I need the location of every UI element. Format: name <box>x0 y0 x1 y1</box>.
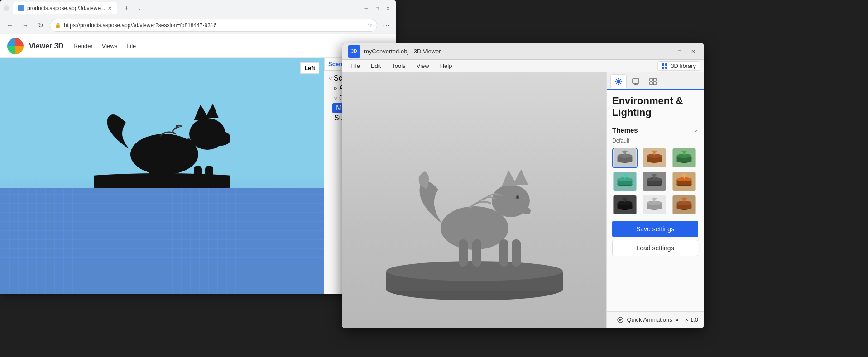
browser-tab[interactable]: products.aspose.app/3d/viewe... ✕ <box>13 2 117 14</box>
chevron-up-icon[interactable]: ▲ <box>675 317 680 322</box>
desktop-minimize-button[interactable]: ─ <box>661 47 671 57</box>
browser-settings-button[interactable]: ⋯ <box>380 19 393 32</box>
browser-toolbar: ← → ↻ 🔒 https://products.aspose.app/3d/v… <box>0 16 396 34</box>
svg-rect-15 <box>665 67 667 69</box>
menu-tools[interactable]: Tools <box>387 61 410 71</box>
themes-grid <box>612 148 698 215</box>
svg-rect-12 <box>662 63 664 66</box>
panel-title: Environment & Lighting <box>612 95 698 119</box>
desktop-close-button[interactable]: ✕ <box>688 47 698 57</box>
svg-rect-14 <box>662 67 664 69</box>
svg-rect-8 <box>194 166 202 188</box>
browser-window: products.aspose.app/3d/viewe... ✕ + ⌄ ─ … <box>0 0 396 294</box>
forward-button[interactable]: → <box>19 19 32 32</box>
url-text: https://products.aspose.app/3d/viewer?se… <box>64 22 216 29</box>
display-icon <box>632 77 640 86</box>
desktop-3d-window: 3D myConverted.obj - 3D Viewer ─ □ ✕ Fil… <box>342 43 704 328</box>
menu-help[interactable]: Help <box>436 61 457 71</box>
svg-marker-7 <box>205 104 219 118</box>
scene-background <box>0 58 324 294</box>
theme-item-8[interactable] <box>642 195 667 215</box>
library-label: 3D library <box>671 62 696 69</box>
tab-display[interactable] <box>628 74 644 89</box>
browser-restore-button[interactable]: □ <box>373 4 382 13</box>
desktop-menubar: File Edit Tools View Help 3D library <box>342 60 704 72</box>
menu-view[interactable]: View <box>412 61 434 71</box>
view-label: Left <box>300 62 319 74</box>
tab-dropdown-icon[interactable]: ⌄ <box>137 5 142 11</box>
svg-marker-22 <box>513 169 528 185</box>
animation-icon <box>617 316 624 324</box>
tab-environment[interactable] <box>610 74 627 89</box>
browser-titlebar: products.aspose.app/3d/viewe... ✕ + ⌄ ─ … <box>0 0 396 16</box>
themes-section-header: Themes ⌄ <box>612 126 698 134</box>
browser-minimize-button[interactable]: ─ <box>362 4 371 13</box>
panel-body: Environment & Lighting Themes ⌄ Default <box>607 90 704 311</box>
address-bar[interactable]: 🔒 https://products.aspose.app/3d/viewer?… <box>50 19 377 32</box>
theme-item-9[interactable] <box>671 195 697 215</box>
load-settings-button[interactable]: Load settings <box>612 240 698 256</box>
desktop-wolf <box>411 160 538 273</box>
back-button[interactable]: ← <box>4 19 16 32</box>
svg-point-5 <box>211 131 230 146</box>
svg-rect-42 <box>653 78 656 81</box>
app-logo <box>7 38 24 54</box>
quick-animations-control[interactable]: Quick Animations ▲ <box>617 316 679 324</box>
desktop-scene-bg <box>342 72 606 328</box>
menu-file[interactable]: File <box>346 61 364 71</box>
menu-file[interactable]: File <box>122 41 140 51</box>
panel-tabs <box>607 72 704 90</box>
library-icon <box>662 63 668 69</box>
svg-rect-24 <box>512 239 521 267</box>
viewer-content: Left Scene hierarchy t ▽ Scene ▷ Armatur… <box>0 58 396 294</box>
tab-title: products.aspose.app/3d/viewe... <box>27 5 105 11</box>
theme-item-3[interactable] <box>671 148 697 168</box>
theme-item-1[interactable] <box>612 148 638 168</box>
quick-animations-label: Quick Animations <box>627 316 672 323</box>
app-icon: 3D <box>348 45 360 58</box>
menu-edit[interactable]: Edit <box>366 61 385 71</box>
scale-label: × 1.0 <box>685 316 698 323</box>
library-button[interactable]: 3D library <box>657 61 700 71</box>
svg-rect-26 <box>472 239 481 267</box>
svg-point-0 <box>11 42 20 51</box>
theme-item-7[interactable] <box>612 195 638 215</box>
wolf-silhouette <box>94 95 230 195</box>
tab-close-icon[interactable]: ✕ <box>108 5 112 11</box>
svg-rect-43 <box>650 82 652 85</box>
theme-item-5[interactable] <box>642 171 667 192</box>
svg-line-37 <box>616 83 617 84</box>
browser-window-controls: ─ □ ✕ <box>362 4 393 13</box>
svg-rect-9 <box>205 166 213 188</box>
svg-marker-82 <box>619 319 622 321</box>
tab-grid[interactable] <box>645 74 661 89</box>
save-settings-button[interactable]: Save settings <box>612 221 698 237</box>
svg-rect-10 <box>149 166 157 188</box>
desktop-content: Environment & Lighting Themes ⌄ Default <box>342 72 704 328</box>
browser-close-button[interactable]: ✕ <box>384 4 393 13</box>
themes-section-title: Themes <box>612 126 638 134</box>
svg-rect-11 <box>162 166 170 188</box>
theme-item-4[interactable] <box>612 171 638 192</box>
svg-rect-41 <box>650 78 652 81</box>
svg-line-36 <box>620 79 622 80</box>
svg-rect-38 <box>633 79 639 83</box>
menu-views[interactable]: Views <box>97 41 122 51</box>
new-tab-button[interactable]: + <box>121 3 132 14</box>
theme-item-2[interactable] <box>642 148 667 168</box>
themes-toggle[interactable]: ⌄ <box>694 127 698 133</box>
desktop-viewport <box>342 72 606 328</box>
app-title: Viewer 3D <box>29 42 63 50</box>
desktop-restore-button[interactable]: □ <box>675 47 685 57</box>
refresh-button[interactable]: ↻ <box>34 19 47 32</box>
svg-line-35 <box>620 83 622 84</box>
menu-render[interactable]: Render <box>69 41 97 51</box>
svg-point-28 <box>517 196 518 198</box>
desktop-window-title: myConverted.obj - 3D Viewer <box>364 48 657 55</box>
theme-item-6[interactable] <box>671 171 697 192</box>
svg-rect-23 <box>499 239 508 267</box>
tab-favicon <box>18 5 24 11</box>
app-header: Viewer 3D Render Views File <box>0 34 396 58</box>
sun-icon <box>614 77 623 86</box>
svg-point-29 <box>617 80 620 83</box>
